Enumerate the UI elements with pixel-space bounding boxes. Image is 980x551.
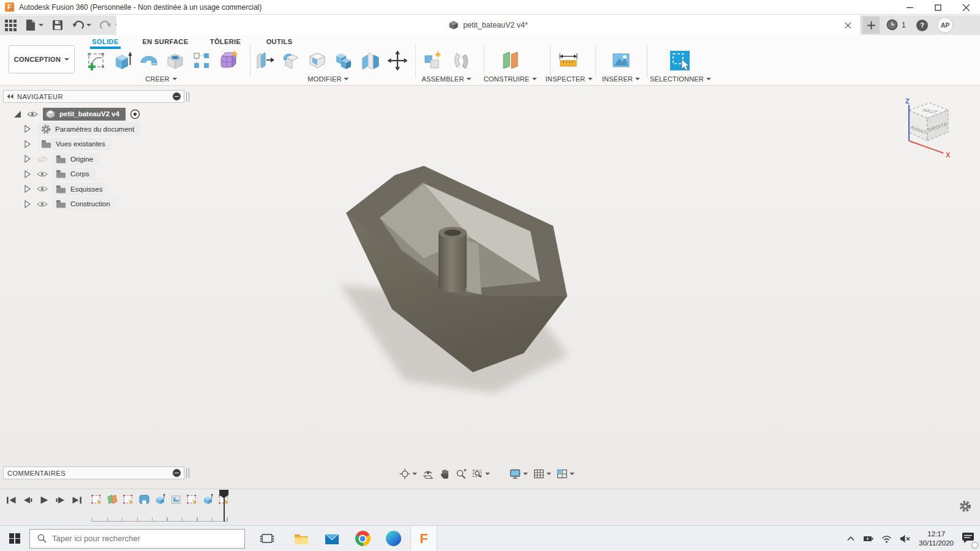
chrome-button[interactable] [349, 526, 376, 551]
expand-closed-icon[interactable] [24, 125, 31, 133]
group-inserer[interactable]: INSÉRER [602, 75, 640, 83]
data-panel-button[interactable] [5, 20, 17, 31]
new-document-button[interactable] [862, 17, 880, 34]
start-button[interactable] [0, 526, 29, 551]
timeline-shell-icon[interactable] [170, 493, 182, 505]
navigator-grip[interactable] [186, 92, 189, 102]
workspace-selector[interactable]: CONCEPTION [9, 45, 75, 73]
revolve-button[interactable] [138, 50, 160, 72]
wifi-icon[interactable] [881, 534, 892, 543]
expand-closed-icon[interactable] [24, 140, 31, 148]
mail-button[interactable] [318, 526, 345, 551]
create-form-button[interactable] [217, 50, 239, 72]
expand-closed-icon[interactable] [24, 170, 31, 178]
tray-clock[interactable]: 12:17 30/11/2020 [919, 530, 954, 548]
new-component-button[interactable] [421, 50, 443, 72]
go-to-end-button[interactable] [72, 495, 82, 505]
edge-button[interactable] [380, 526, 407, 551]
display-settings-button[interactable] [510, 468, 528, 479]
timeline-extrude-icon[interactable] [154, 493, 166, 505]
construction-plane-button[interactable] [499, 50, 521, 72]
insert-canvas-button[interactable] [610, 50, 632, 72]
job-status-button[interactable]: 1 [886, 18, 906, 31]
tree-row-vues[interactable]: Vues existantes [0, 137, 190, 152]
group-construire[interactable]: CONSTRUIRE [484, 75, 537, 83]
timeline-sketch-icon[interactable] [123, 493, 134, 505]
go-to-start-button[interactable] [6, 495, 17, 505]
fusion-360-taskbar-button[interactable]: F [410, 526, 437, 551]
tree-row-corps[interactable]: Corps [0, 167, 190, 182]
hole-button[interactable] [164, 50, 186, 72]
volume-muted-icon[interactable] [900, 534, 911, 543]
combine-button[interactable] [333, 50, 355, 72]
comments-header[interactable]: COMMENTAIRES [3, 467, 184, 479]
split-body-button[interactable] [360, 50, 382, 72]
timeline-settings-gear-icon[interactable] [959, 500, 971, 512]
tree-row-root[interactable]: petit_bateauV2 v4 [0, 107, 190, 122]
tab-tolerie[interactable]: TÔLERIE [208, 37, 243, 47]
extrude-button[interactable] [111, 50, 134, 72]
move-button[interactable] [386, 50, 409, 72]
expand-closed-icon[interactable] [24, 155, 31, 163]
file-menu-button[interactable] [25, 19, 43, 31]
timeline-revolve-icon[interactable] [138, 493, 150, 505]
timeline-sketch-icon[interactable] [186, 493, 198, 505]
visibility-eye-icon[interactable] [37, 186, 48, 192]
group-selectionner[interactable]: SÉLECTIONNER [650, 75, 711, 83]
battery-icon[interactable] [863, 534, 873, 544]
orbit-button[interactable] [399, 468, 417, 479]
tree-row-esquisses[interactable]: Esquisses [0, 182, 190, 197]
pattern-button[interactable] [190, 50, 213, 72]
create-sketch-button[interactable] [86, 50, 108, 72]
timeline-ruler[interactable] [92, 517, 228, 522]
tray-chevron-icon[interactable] [846, 535, 855, 542]
comments-grip[interactable] [186, 468, 189, 478]
visibility-eye-icon[interactable] [37, 171, 48, 178]
navigator-header[interactable]: NAVIGATEUR [3, 90, 184, 103]
viewcube[interactable]: HAUT AVANT DROITE Z X [889, 97, 957, 158]
joint-button[interactable] [450, 50, 472, 72]
boat-model[interactable] [331, 153, 588, 398]
group-assembler[interactable]: ASSEMBLER [421, 75, 471, 83]
undo-button[interactable] [72, 20, 91, 31]
tree-row-construction[interactable]: Construction [0, 197, 190, 212]
look-at-button[interactable] [423, 468, 434, 479]
play-button[interactable] [39, 495, 49, 505]
file-explorer-button[interactable] [288, 526, 315, 551]
expand-closed-icon[interactable] [24, 200, 31, 208]
notification-center-button[interactable] [962, 531, 975, 546]
group-creer[interactable]: CRÉER [145, 75, 177, 83]
fillet-button[interactable] [280, 50, 302, 72]
maximize-button[interactable] [924, 0, 952, 15]
measure-button[interactable] [557, 50, 579, 72]
collapse-panel-icon[interactable] [7, 94, 13, 99]
tab-solide[interactable]: SOLIDE [89, 37, 121, 47]
expand-closed-icon[interactable] [24, 185, 31, 193]
grid-snap-button[interactable] [533, 468, 551, 479]
tab-en-surface[interactable]: EN SURFACE [140, 37, 191, 47]
pan-button[interactable] [439, 468, 450, 479]
tree-row-parametres[interactable]: Paramètres du document [0, 122, 190, 137]
fit-button[interactable] [472, 468, 490, 479]
step-back-button[interactable] [23, 495, 33, 505]
group-inspecter[interactable]: INSPECTER [546, 75, 593, 83]
shell-button[interactable] [306, 50, 328, 72]
taskbar-search[interactable] [29, 529, 245, 549]
help-button[interactable]: ? [916, 20, 928, 31]
document-tab[interactable]: petit_bateauV2 v4* [116, 15, 860, 35]
minimize-button[interactable] [895, 0, 924, 15]
close-document-button[interactable] [845, 20, 851, 31]
save-button[interactable] [52, 20, 63, 31]
tree-row-origine[interactable]: Origine [0, 152, 190, 167]
root-node[interactable]: petit_bateauV2 v4 [43, 108, 126, 121]
tab-outils[interactable]: OUTILS [264, 37, 295, 47]
timeline-extrude-icon[interactable] [202, 493, 214, 505]
close-panel-icon[interactable] [173, 92, 181, 100]
step-forward-button[interactable] [55, 495, 66, 505]
close-panel-icon[interactable] [173, 469, 181, 477]
mast-cylinder[interactable] [439, 233, 467, 293]
visibility-eye-icon[interactable] [27, 111, 38, 118]
group-modifier[interactable]: MODIFIER [307, 75, 349, 83]
viewport[interactable]: NAVIGATEUR petit_bateauV2 v4 [0, 86, 980, 489]
visibility-off-icon[interactable] [37, 156, 48, 163]
